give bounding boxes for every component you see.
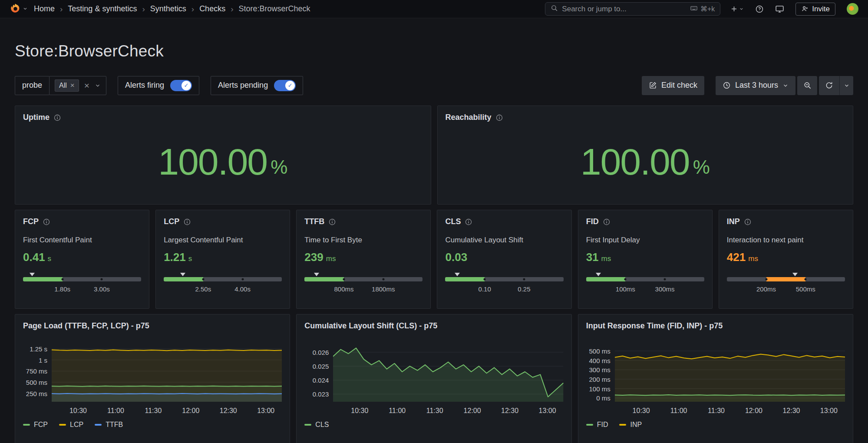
dashboard-main: Store:BrowserCheck probe All × × Alerts … (0, 41, 868, 443)
vital-panel: LCP Largest Contentful Paint 1.21s 2.50s… (155, 210, 290, 309)
info-icon[interactable] (184, 218, 191, 225)
vital-panel: FCP First Contentful Paint 0.41s 1.80s 3… (15, 210, 149, 309)
x-axis-label: 11:30 (145, 407, 162, 415)
gauge-pointer-icon (30, 273, 35, 276)
breadcrumb-item[interactable]: Checks (199, 4, 225, 13)
refresh-interval-dropdown[interactable] (839, 76, 853, 95)
vital-gauge: 2.50s 4.00s (164, 273, 282, 294)
y-axis-label: 1.25 s (30, 345, 47, 353)
plot-area[interactable] (52, 345, 282, 402)
panel-title: CLS (445, 217, 461, 226)
vital-gauge: 0.10 0.25 (445, 273, 563, 294)
y-axis-label: 250 ms (26, 390, 47, 397)
y-axis-label: 100 ms (589, 385, 610, 392)
plot-area[interactable] (333, 345, 563, 402)
gauge-threshold-label: 3.00s (94, 285, 110, 293)
legend-item[interactable]: FID (586, 421, 608, 429)
stats-row: Uptime 100.00% Reachability 100.00% (15, 106, 853, 205)
info-icon[interactable] (465, 218, 472, 225)
gauge-threshold-label: 4.00s (234, 285, 251, 293)
chart-panel: Page Load (TTFB, FCP, LCP) - p75 1.25 s1… (15, 314, 290, 443)
legend-item[interactable]: INP (619, 421, 642, 429)
grafana-logo-icon[interactable] (10, 3, 21, 16)
breadcrumb-item[interactable]: Store:BrowserCheck (238, 4, 310, 13)
x-axis-label: 12:30 (220, 407, 237, 415)
invite-user-icon (801, 5, 809, 13)
breadcrumb-item[interactable]: Testing & synthetics (68, 4, 137, 13)
top-nav: Home›Testing & synthetics›Synthetics›Che… (0, 0, 868, 18)
x-axis-label: 12:00 (464, 407, 481, 415)
plot-area[interactable] (615, 345, 845, 402)
vital-panel: FID First Input Delay 31ms 100ms 300ms (578, 210, 713, 309)
probe-filter-chip[interactable]: All × (55, 79, 79, 92)
vital-value: 31ms (586, 251, 704, 264)
gauge-threshold-label: 100ms (616, 285, 635, 293)
info-icon[interactable] (329, 218, 336, 225)
search-placeholder: Search or jump to... (562, 5, 686, 13)
y-axis-label: 750 ms (26, 367, 47, 375)
x-axis-label: 11:00 (670, 407, 687, 415)
x-axis-label: 10:30 (69, 407, 87, 415)
info-icon[interactable] (603, 218, 610, 225)
gauge-pointer-icon (180, 273, 185, 276)
y-axis-label: 400 ms (589, 357, 610, 364)
zoom-out-button[interactable] (797, 76, 817, 95)
info-icon[interactable] (744, 218, 751, 225)
stat-value: 100.00% (15, 119, 431, 204)
gauge-threshold-label: 1.80s (54, 285, 70, 293)
chart-legend: CLS (304, 421, 563, 429)
page-title: Store:BrowserCheck (15, 41, 853, 62)
alerts-pending-toggle[interactable]: ✓ (274, 80, 296, 91)
breadcrumb-separator: › (142, 4, 145, 14)
gauge-pointer-icon (792, 273, 798, 276)
refresh-control (819, 76, 853, 95)
probe-filter-select[interactable]: All × × (49, 76, 106, 95)
monitor-icon (775, 4, 784, 13)
vital-value: 0.41s (23, 251, 141, 264)
edit-check-button[interactable]: Edit check (642, 76, 704, 95)
x-axis-label: 11:00 (389, 407, 406, 415)
edit-check-label: Edit check (661, 81, 697, 90)
x-axis: 10:3011:0011:3012:0012:3013:00 (615, 405, 845, 416)
refresh-button[interactable] (819, 76, 839, 95)
clear-filter-icon[interactable]: × (84, 81, 89, 90)
x-axis: 10:3011:0011:3012:0012:3013:00 (52, 405, 282, 416)
invite-button[interactable]: Invite (795, 3, 835, 16)
chart-panel: Input Response Time (FID, INP) - p75 500… (578, 314, 853, 443)
user-avatar[interactable] (847, 3, 858, 15)
screen-share-button[interactable] (775, 4, 784, 13)
help-button[interactable] (755, 5, 764, 13)
vital-value: 1.21s (164, 251, 282, 264)
legend-series-color (586, 424, 593, 426)
legend-item[interactable]: TTFB (95, 421, 123, 429)
breadcrumb-item[interactable]: Home (34, 4, 55, 13)
chevron-down-icon (782, 83, 789, 89)
legend-item[interactable]: LCP (59, 421, 83, 429)
x-axis-label: 13:00 (539, 407, 556, 415)
x-axis-label: 12:30 (501, 407, 518, 415)
vital-gauge: 200ms 500ms (727, 273, 845, 294)
remove-chip-icon[interactable]: × (70, 82, 75, 89)
y-axis-label: 0 ms (596, 394, 611, 402)
gauge-threshold-label: 0.10 (479, 285, 491, 293)
search-input[interactable]: Search or jump to... ⌘+k (545, 2, 720, 16)
gauge-threshold-label: 2.50s (195, 285, 211, 293)
org-switcher[interactable] (10, 3, 28, 16)
alerts-firing-toggle[interactable]: ✓ (170, 80, 192, 91)
info-icon[interactable] (43, 218, 50, 225)
x-axis: 10:3011:0011:3012:0012:3013:00 (333, 405, 563, 416)
legend-item[interactable]: FCP (23, 421, 48, 429)
alerts-firing-control: Alerts firing ✓ (118, 76, 199, 95)
chart-legend: FIDINP (586, 421, 845, 429)
probe-filter: probe All × × (15, 76, 106, 95)
toggle-check-icon: ✓ (182, 81, 191, 90)
new-menu-button[interactable] (730, 5, 744, 13)
x-axis-label: 10:30 (633, 407, 650, 415)
chevron-down-icon[interactable] (23, 5, 28, 13)
breadcrumb-item[interactable]: Synthetics (150, 4, 186, 13)
legend-item[interactable]: CLS (304, 421, 329, 429)
gauge-threshold-label: 1800ms (372, 285, 395, 293)
refresh-icon (825, 81, 833, 89)
vital-value: 421ms (727, 251, 845, 264)
time-range-picker[interactable]: Last 3 hours (716, 76, 795, 95)
